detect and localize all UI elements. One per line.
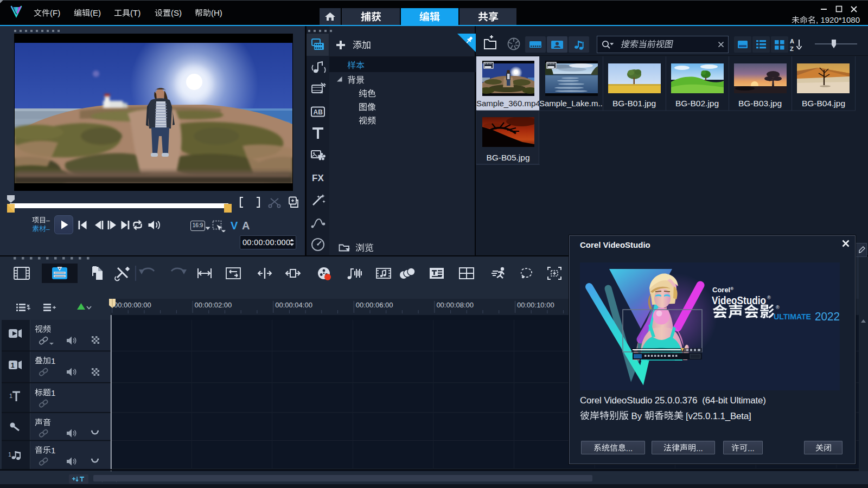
- svg-text:A: A: [790, 38, 794, 44]
- svg-text:1: 1: [8, 451, 11, 458]
- svg-text:FX: FX: [312, 173, 324, 183]
- svg-text:00:00:08:00: 00:00:08:00: [436, 301, 474, 309]
- svg-text:1: 1: [9, 393, 12, 399]
- svg-text:00:00:06:00: 00:00:06:00: [356, 301, 393, 309]
- svg-text:00:00:00:00: 00:00:00:00: [114, 301, 151, 309]
- svg-text:®: ®: [767, 295, 771, 300]
- svg-text:2022: 2022: [815, 310, 840, 323]
- svg-text:Corel®: Corel®: [712, 286, 733, 294]
- svg-text:1: 1: [11, 362, 15, 369]
- svg-text:00:00:04:00: 00:00:04:00: [275, 301, 312, 309]
- svg-text:AB: AB: [314, 108, 323, 116]
- svg-text:ULTIMATE: ULTIMATE: [774, 312, 811, 321]
- svg-text:00:00:10:00: 00:00:10:00: [517, 301, 554, 309]
- svg-text:00:00:02:00: 00:00:02:00: [195, 301, 232, 309]
- svg-text:Z: Z: [790, 46, 794, 52]
